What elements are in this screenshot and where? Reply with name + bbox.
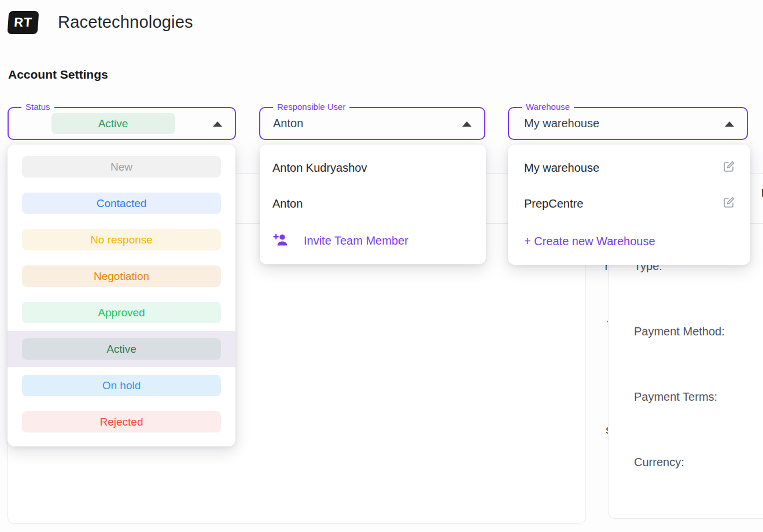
chevron-up-icon (213, 121, 222, 127)
detail-field-label: Payment Method: (634, 323, 725, 340)
status-option-badge: Approved (22, 302, 221, 323)
status-current-badge: Active (51, 113, 175, 134)
account-settings-screen: RT Racetechnologies Account Settings n r… (0, 0, 763, 532)
edit-icon[interactable] (722, 160, 736, 176)
section-title: Account Settings (8, 68, 108, 82)
user-option[interactable]: Anton Kudryashov (260, 150, 486, 186)
status-option[interactable]: Negotiation (8, 258, 235, 294)
warehouse-option-label: PrepCentre (524, 197, 583, 210)
warehouse-option[interactable]: My warehouse (508, 150, 750, 186)
warehouse-option-label: My warehouse (524, 161, 599, 175)
user-option-label: Anton (272, 197, 303, 210)
warehouse-current-value: My warehouse (524, 117, 599, 130)
status-option-badge: Rejected (22, 411, 221, 433)
warehouse-dropdown-menu: My warehouse PrepCentre + Create new War… (508, 145, 750, 265)
status-option[interactable]: On hold (8, 367, 235, 404)
status-option[interactable]: Active (8, 331, 235, 367)
user-option-label: Anton Kudryashov (272, 161, 367, 175)
status-option[interactable]: Rejected (8, 404, 235, 440)
status-option-badge: Contacted (22, 193, 221, 214)
detail-field-label: Currency: (634, 454, 684, 471)
status-option[interactable]: Contacted (8, 185, 235, 221)
responsible-user-select-label: Responsible User (273, 101, 349, 113)
status-select[interactable]: Status Active (8, 107, 236, 140)
chevron-up-icon (725, 121, 734, 127)
responsible-user-select[interactable]: Responsible User Anton (259, 107, 485, 140)
edit-icon[interactable] (722, 195, 736, 212)
brand-logo-text: RT (13, 15, 32, 30)
create-new-warehouse-option[interactable]: + Create new Warehouse (508, 223, 750, 259)
status-option[interactable]: New (8, 149, 235, 185)
warehouse-option[interactable]: PrepCentre (508, 186, 750, 221)
invite-team-member-label: Invite Team Member (304, 234, 408, 247)
page-title: Racetechnologies (58, 13, 193, 32)
invite-team-member-option[interactable]: Invite Team Member (260, 223, 486, 258)
brand-logo: RT (8, 11, 39, 34)
responsible-user-dropdown-menu: Anton Kudryashov Anton Invite Team Membe… (260, 145, 486, 264)
user-option[interactable]: Anton (260, 186, 486, 221)
status-dropdown-menu: New Contacted No response Negotiation Ap… (8, 145, 235, 446)
status-option-badge: Negotiation (22, 265, 221, 287)
detail-field-label: Payment Terms: (634, 389, 717, 405)
person-add-icon (272, 232, 289, 249)
status-select-label: Status (21, 101, 54, 113)
status-option-badge: Active (22, 338, 221, 360)
status-option-badge: On hold (22, 375, 221, 396)
status-option[interactable]: No response (8, 221, 235, 258)
status-option-badge: No response (22, 229, 221, 250)
status-option-badge: New (22, 156, 221, 178)
create-new-warehouse-label: + Create new Warehouse (524, 235, 655, 248)
warehouse-select[interactable]: Warehouse My warehouse (508, 107, 748, 140)
warehouse-select-label: Warehouse (522, 101, 574, 113)
chevron-up-icon (462, 121, 471, 127)
responsible-user-current-value: Anton (273, 117, 303, 130)
status-option[interactable]: Approved (8, 294, 235, 331)
